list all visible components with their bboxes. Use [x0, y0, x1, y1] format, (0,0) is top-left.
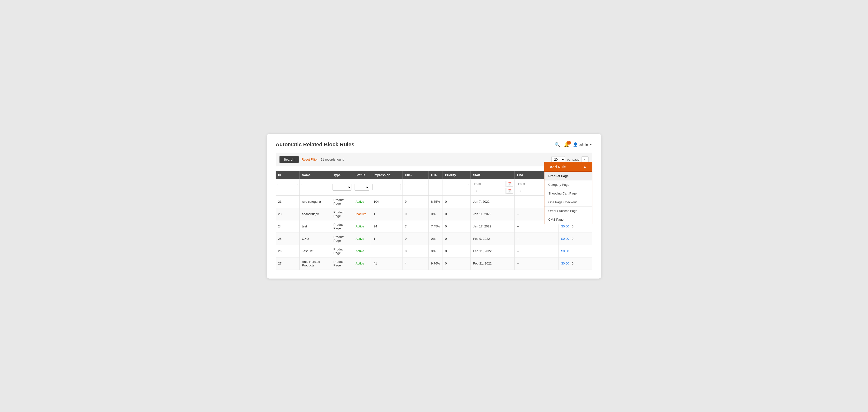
- cell-click: 0: [402, 208, 428, 220]
- col-ctr: CTR: [428, 171, 442, 179]
- filter-start-to-row: 📅: [472, 188, 513, 194]
- cell-revenue: $0.00 0: [559, 257, 592, 270]
- top-bar: Automatic Related Block Rules 🔍 🔔 1 👤 ad…: [276, 141, 592, 148]
- cell-impression: 104: [371, 195, 402, 208]
- cell-id: 21: [276, 195, 299, 208]
- page-title: Automatic Related Block Rules: [276, 141, 354, 148]
- cell-priority: 0: [442, 232, 471, 245]
- filter-click-input[interactable]: [404, 184, 427, 190]
- filter-type: Product Page Category Page: [331, 179, 353, 196]
- cell-status: Active: [353, 245, 371, 257]
- cell-ctr: 8.65%: [428, 195, 442, 208]
- user-icon: 👤: [573, 142, 578, 147]
- cell-priority: 0: [442, 245, 471, 257]
- cell-ctr: 7.45%: [428, 220, 442, 232]
- cell-start: Feb 9, 2022: [471, 232, 515, 245]
- add-rule-chevron-icon: ▲: [583, 165, 587, 169]
- cell-click: 0: [402, 245, 428, 257]
- filter-impression-input[interactable]: [372, 184, 401, 190]
- cell-status: Active: [353, 232, 371, 245]
- cell-start: Jan 11, 2022: [471, 208, 515, 220]
- cell-name: rule categoria: [299, 195, 331, 208]
- cell-type: Product Page: [331, 220, 353, 232]
- add-rule-dropdown: Product Page Category Page Shopping Cart…: [544, 172, 592, 224]
- filter-impression: [371, 179, 402, 196]
- filter-start-to-calendar[interactable]: 📅: [506, 188, 513, 193]
- cell-id: 27: [276, 257, 299, 270]
- user-menu[interactable]: 👤 admin ▼: [573, 142, 592, 147]
- notification-badge: 1: [567, 141, 571, 145]
- cell-priority: 0: [442, 257, 471, 270]
- filter-start-from-row: 📅: [472, 181, 513, 187]
- reset-filter-link[interactable]: Reset Filter: [302, 158, 317, 161]
- col-name: Name: [299, 171, 331, 179]
- filter-start-wrap: 📅 📅: [472, 181, 513, 194]
- cell-name: Test Cat: [299, 245, 331, 257]
- cell-revenue: $0.00 0: [559, 245, 592, 257]
- cell-status: Inactive: [353, 208, 371, 220]
- dropdown-item-category-page[interactable]: Category Page: [545, 181, 592, 189]
- records-count: 21 records found: [321, 158, 344, 161]
- dropdown-item-shopping-cart-page[interactable]: Shopping Cart Page: [545, 189, 592, 198]
- cell-priority: 0: [442, 208, 471, 220]
- filter-start-to-input[interactable]: [472, 188, 505, 194]
- filter-priority-input[interactable]: [444, 184, 469, 190]
- user-name: admin: [579, 142, 588, 146]
- cell-revenue: $0.00 0: [559, 232, 592, 245]
- cell-start: Jan 17, 2022: [471, 220, 515, 232]
- cell-name: OXO: [299, 232, 331, 245]
- cell-id: 25: [276, 232, 299, 245]
- dropdown-item-cms-page[interactable]: CMS Page: [545, 215, 592, 224]
- main-container: Automatic Related Block Rules 🔍 🔔 1 👤 ad…: [267, 134, 601, 279]
- revenue-link[interactable]: $0.00: [561, 249, 569, 253]
- cell-type: Product Page: [331, 257, 353, 270]
- filter-ctr: [428, 179, 442, 196]
- cell-start: Jan 7, 2022: [471, 195, 515, 208]
- table-row: 27 Rule Related Products Product Page Ac…: [276, 257, 592, 270]
- filter-start-from-calendar[interactable]: 📅: [506, 181, 513, 187]
- cell-impression: 1: [371, 208, 402, 220]
- search-icon: 🔍: [555, 142, 560, 147]
- table-row: 25 OXO Product Page Active 1 0 0% 0 Feb …: [276, 232, 592, 245]
- cell-start: Feb 11, 2022: [471, 245, 515, 257]
- filter-status-select[interactable]: Active Inactive: [354, 184, 369, 191]
- filter-start: 📅 📅: [471, 179, 515, 196]
- cell-id: 24: [276, 220, 299, 232]
- add-rule-button[interactable]: Add Rule ▲: [544, 162, 592, 172]
- top-actions: 🔍 🔔 1 👤 admin ▼: [555, 142, 592, 147]
- filter-start-from-input[interactable]: [472, 181, 505, 187]
- filter-status: Active Inactive: [353, 179, 371, 196]
- filter-name-input[interactable]: [301, 184, 330, 190]
- dropdown-item-one-page-checkout[interactable]: One Page Checkout: [545, 198, 592, 207]
- cell-type: Product Page: [331, 245, 353, 257]
- per-page-label: per page: [567, 158, 579, 161]
- cell-priority: 0: [442, 195, 471, 208]
- cell-status: Active: [353, 220, 371, 232]
- cell-type: Product Page: [331, 208, 353, 220]
- cell-name: велосипеди: [299, 208, 331, 220]
- dropdown-item-product-page[interactable]: Product Page: [545, 172, 592, 181]
- revenue-link[interactable]: $0.00: [561, 237, 569, 241]
- cell-type: Product Page: [331, 195, 353, 208]
- dropdown-item-order-success-page[interactable]: Order Success Page: [545, 207, 592, 215]
- filter-id-input[interactable]: [277, 184, 298, 190]
- cell-impression: 0: [371, 245, 402, 257]
- chevron-down-icon: ▼: [589, 142, 592, 146]
- cell-status: Active: [353, 195, 371, 208]
- search-icon-button[interactable]: 🔍: [555, 142, 560, 147]
- revenue-link[interactable]: $0.00: [561, 262, 569, 265]
- cell-impression: 41: [371, 257, 402, 270]
- col-impression: Impression: [371, 171, 402, 179]
- cell-end: --: [515, 232, 559, 245]
- cell-impression: 1: [371, 232, 402, 245]
- cell-id: 26: [276, 245, 299, 257]
- filter-id: [276, 179, 299, 196]
- col-type: Type: [331, 171, 353, 179]
- cell-id: 23: [276, 208, 299, 220]
- notification-button[interactable]: 🔔 1: [564, 142, 569, 147]
- filter-type-select[interactable]: Product Page Category Page: [333, 184, 351, 191]
- search-button[interactable]: Search: [279, 156, 299, 163]
- cell-click: 0: [402, 232, 428, 245]
- cell-name: test: [299, 220, 331, 232]
- revenue-link[interactable]: $0.00: [561, 225, 569, 228]
